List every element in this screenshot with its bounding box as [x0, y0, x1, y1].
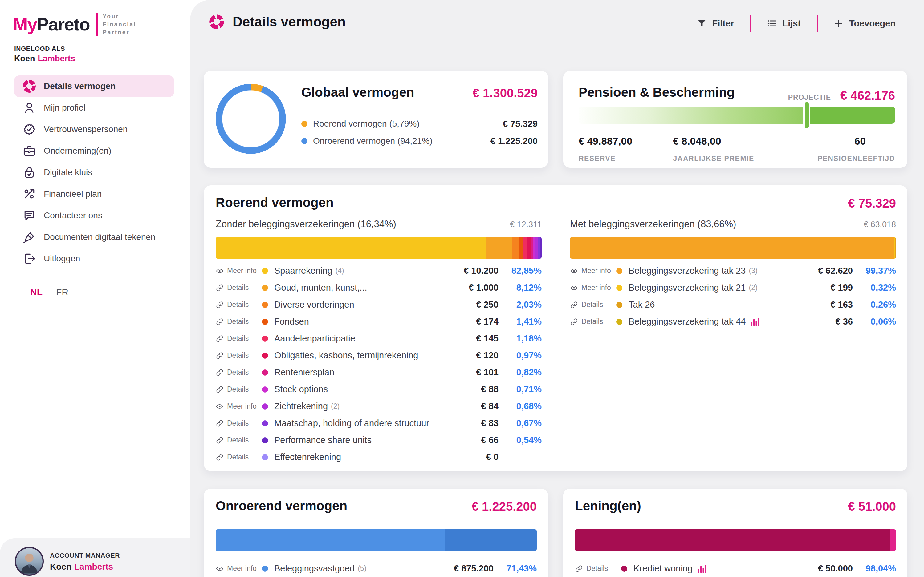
details-link[interactable]: Details	[575, 564, 621, 573]
asset-label: Zichtrekening	[274, 401, 328, 411]
category-color-dot	[616, 268, 622, 274]
sidebar-item-label: Uitloggen	[44, 254, 80, 264]
page-header: Details vermogen	[209, 14, 346, 29]
category-color-dot	[616, 302, 622, 308]
asset-row-stock-options: Details Stock options € 88 0,71%	[216, 381, 542, 398]
details-link[interactable]: Details	[216, 300, 262, 309]
meer-info-link[interactable]: Meer info	[216, 267, 262, 275]
sidebar-item-financieel-plan[interactable]: Financieel plan	[14, 183, 174, 205]
sidebar-item-documenten-digitaal-tekenen[interactable]: Documenten digitaal tekenen	[14, 226, 174, 248]
details-link[interactable]: Details	[216, 334, 262, 343]
language-fr[interactable]: FR	[56, 287, 68, 297]
details-link[interactable]: Details	[570, 318, 616, 326]
asset-percent: 0,67%	[499, 418, 542, 428]
sidebar-menu: Details vermogenMijn profielVertrouwensp…	[0, 76, 190, 269]
meer-info-link[interactable]: Meer info	[216, 564, 262, 573]
bar-segment	[216, 529, 445, 551]
sidebar-item-digitale-kluis[interactable]: Digitale kluis	[14, 162, 174, 183]
filter-button[interactable]: Filter	[697, 18, 734, 29]
pension-stat-jaarlijkse-premie: € 8.048,00JAARLIJKSE PREMIE	[673, 135, 801, 163]
sidebar-item-onderneming-en[interactable]: Onderneming(en)	[14, 140, 174, 162]
link-icon	[570, 318, 578, 326]
sidebar: MyPareto Your Financial Partner INGELOGD…	[0, 0, 190, 577]
details-link[interactable]: Details	[216, 436, 262, 444]
details-link[interactable]: Details	[216, 385, 262, 393]
language-nl[interactable]: NL	[30, 287, 42, 297]
asset-value: € 163	[830, 300, 853, 310]
asset-value: € 88	[481, 384, 499, 395]
brand-wordmark-my: My	[13, 14, 37, 34]
legend-row: Roerend vermogen (5,79%)€ 75.329	[301, 115, 538, 132]
header-divider	[750, 15, 751, 32]
asset-label: Beleggingsverzekering tak 21	[628, 283, 746, 293]
asset-label: Aandelenparticipatie	[274, 334, 355, 343]
brand-tagline: Your Financial Partner	[97, 13, 136, 36]
asset-value: € 0	[486, 452, 499, 462]
percent-trend-icon	[22, 187, 36, 201]
link-icon	[216, 351, 224, 359]
sidebar-item-label: Contacteer ons	[44, 211, 102, 221]
asset-label: Effectenrekening	[274, 452, 341, 462]
meer-info-link[interactable]: Meer info	[570, 284, 616, 292]
account-manager-role: ACCOUNT MANAGER	[50, 552, 120, 559]
asset-row-diverse-vorderingen: Details Diverse vorderingen € 250 2,03%	[216, 296, 542, 313]
bar-segment	[540, 237, 542, 259]
chat-icon	[22, 209, 36, 222]
asset-row-tak-26: Details Tak 26 € 163 0,26%	[570, 296, 896, 313]
asset-count: (4)	[336, 267, 344, 275]
asset-percent: 71,43%	[494, 563, 537, 574]
pension-bar-marker[interactable]	[805, 102, 809, 128]
sidebar-item-vertrouwenspersonen[interactable]: Vertrouwenspersonen	[14, 119, 174, 140]
pension-stat-value: € 8.048,00	[673, 135, 801, 147]
asset-value: € 199	[830, 283, 853, 293]
funnel-icon	[697, 18, 707, 28]
column-subtitle: Met beleggingsverzekeringen (83,66%)	[570, 219, 736, 230]
meer-info-link[interactable]: Meer info	[570, 267, 616, 275]
category-color-dot	[621, 566, 627, 572]
sidebar-item-contacteer-ons[interactable]: Contacteer ons	[14, 205, 174, 226]
card-title: Globaal vermogen	[301, 85, 414, 100]
asset-label: Tak 26	[628, 300, 655, 310]
asset-percent: 98,04%	[853, 563, 896, 574]
stacked-bar	[216, 529, 537, 551]
details-link[interactable]: Details	[216, 419, 262, 427]
card-total: € 51.000	[848, 500, 896, 514]
asset-label: Goud, munten, kunst,...	[274, 283, 367, 293]
details-link[interactable]: Details	[570, 300, 616, 309]
sidebar-item-label: Onderneming(en)	[44, 146, 111, 156]
plus-icon	[834, 18, 843, 28]
asset-value: € 62.620	[818, 266, 853, 276]
category-color-dot	[262, 566, 268, 572]
asset-percent: 82,85%	[499, 266, 542, 276]
asset-percent: 2,03%	[499, 300, 542, 310]
details-link[interactable]: Details	[216, 318, 262, 326]
link-icon	[216, 301, 224, 309]
lijst-button[interactable]: Lijst	[767, 18, 801, 29]
sidebar-item-uitloggen[interactable]: Uitloggen	[14, 248, 174, 269]
bar-segment	[512, 237, 519, 259]
pension-stat-label: JAARLIJKSE PREMIE	[673, 155, 801, 163]
asset-row-beleggingsverzekering-tak-21: Meer info Beleggingsverzekering tak 21(2…	[570, 279, 896, 296]
asset-label: Obligaties, kasbons, termijnrekening	[274, 350, 418, 361]
account-manager-name: KoenLamberts	[50, 562, 120, 572]
toevoegen-button[interactable]: Toevoegen	[834, 18, 896, 29]
avatar-photo	[16, 548, 42, 575]
link-icon	[570, 301, 578, 309]
details-link[interactable]: Details	[216, 368, 262, 377]
details-link[interactable]: Details	[216, 284, 262, 292]
bar-segment	[519, 237, 523, 259]
legend-row: Onroerend vermogen (94,21%)€ 1.225.200	[301, 132, 538, 150]
pen-icon	[22, 230, 36, 244]
meer-info-link[interactable]: Meer info	[216, 402, 262, 411]
sidebar-item-details-vermogen[interactable]: Details vermogen	[14, 76, 174, 97]
asset-count: (2)	[749, 284, 757, 292]
mini-bar-chart-icon	[751, 317, 760, 326]
sidebar-item-mijn-profiel[interactable]: Mijn profiel	[14, 97, 174, 119]
global-legend: Roerend vermogen (5,79%)€ 75.329Onroeren…	[301, 115, 538, 150]
legend-label: Roerend vermogen (5,79%)	[313, 119, 420, 129]
details-link[interactable]: Details	[216, 453, 262, 461]
pension-stat-label: PENSIOENLEEFTIJD	[800, 155, 895, 163]
asset-percent: 0,32%	[853, 283, 896, 293]
asset-label: Beleggingsverzekering tak 44	[628, 316, 746, 327]
details-link[interactable]: Details	[216, 351, 262, 359]
